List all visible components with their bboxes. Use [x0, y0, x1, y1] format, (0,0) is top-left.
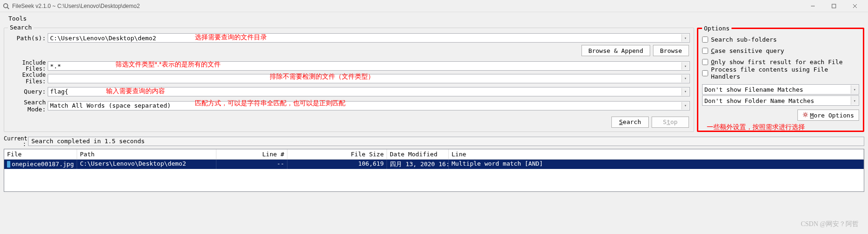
table-row[interactable]: onepiece00187.jpg C:\Users\Lenovo\Deskto…: [4, 160, 864, 169]
chevron-down-icon[interactable]: ▾: [851, 96, 858, 105]
chevron-down-icon[interactable]: ▾: [681, 88, 689, 95]
filename-matches-select[interactable]: Don't show Filename Matches ▾: [702, 84, 859, 95]
cell-linenum: --: [216, 160, 287, 169]
options-group-title: Options: [702, 25, 732, 32]
svg-point-0: [4, 3, 8, 7]
cell-path: C:\Users\Lenovo\Desktop\demo2: [77, 160, 216, 169]
more-options-button[interactable]: More Options: [797, 110, 859, 121]
options-group: Options Search sub-folders Case sensitiv…: [697, 28, 864, 132]
col-header-size[interactable]: File Size: [287, 149, 387, 159]
menubar: Tools: [0, 12, 868, 25]
mode-select[interactable]: Match All Words (space separated) ▾: [48, 101, 690, 110]
file-icon: [7, 161, 10, 168]
include-input[interactable]: *.* ▾: [48, 61, 690, 71]
checkbox-input[interactable]: [702, 37, 708, 43]
search-button[interactable]: Search: [611, 117, 649, 128]
svg-point-6: [804, 113, 807, 116]
chevron-down-icon[interactable]: ▾: [681, 62, 689, 70]
current-label: Current:: [4, 136, 28, 147]
titlebar: FileSeek v2.1.0 ~ C:\Users\Lenovo\Deskto…: [0, 0, 868, 12]
annotation-options: 一些额外设置，按照需求进行选择: [707, 123, 805, 132]
search-group-title: Search: [8, 24, 34, 31]
stop-button: Stop: [652, 117, 689, 128]
checkbox-input[interactable]: [702, 59, 708, 65]
browse-append-button[interactable]: Browse & Append: [581, 45, 650, 56]
col-header-date[interactable]: Date Modified: [387, 149, 449, 159]
mode-label: Search Mode:: [8, 99, 48, 113]
browse-button[interactable]: Browse: [653, 45, 689, 56]
col-header-path[interactable]: Path: [77, 149, 216, 159]
checkbox-input[interactable]: [702, 70, 708, 76]
current-status: Search completed in 1.5 seconds: [28, 137, 864, 146]
svg-rect-3: [832, 4, 836, 8]
checkbox-sub-folders[interactable]: Search sub-folders: [702, 34, 859, 45]
maximize-button[interactable]: [823, 0, 844, 12]
close-button[interactable]: [844, 0, 865, 12]
menu-tools[interactable]: Tools: [6, 14, 29, 23]
results-empty-area: [4, 169, 864, 191]
results-header: File Path Line # File Size Date Modified…: [4, 149, 864, 160]
query-input[interactable]: flag{ ▾: [48, 87, 690, 96]
include-label: IncludeFiles:: [8, 60, 48, 72]
search-group: Search Path(s): C:\Users\Lenovo\Desktop\…: [4, 28, 694, 132]
titlebar-text: FileSeek v2.1.0 ~ C:\Users\Lenovo\Deskto…: [12, 3, 802, 9]
checkbox-file-handlers[interactable]: Process file contents using File Handler…: [702, 67, 859, 79]
cell-file: onepiece00187.jpg: [4, 160, 77, 169]
query-label: Query:: [8, 88, 48, 95]
cell-size: 106,619: [287, 160, 387, 169]
checkbox-input[interactable]: [702, 48, 708, 54]
col-header-linenum[interactable]: Line #: [216, 149, 287, 159]
results-table: File Path Line # File Size Date Modified…: [4, 149, 864, 192]
exclude-input[interactable]: ▾: [48, 74, 690, 83]
chevron-down-icon[interactable]: ▾: [681, 34, 689, 42]
checkbox-case-sensitive[interactable]: Case sensitive query: [702, 45, 859, 56]
col-header-file[interactable]: File: [4, 149, 77, 159]
gear-icon: [803, 112, 808, 119]
chevron-down-icon[interactable]: ▾: [851, 85, 858, 94]
paths-input[interactable]: C:\Users\Lenovo\Desktop\demo2 ▾: [48, 33, 690, 43]
exclude-label: ExcludeFiles:: [8, 72, 48, 84]
minimize-button[interactable]: [802, 0, 823, 12]
cell-line: Multiple word match [AND]: [449, 160, 864, 169]
app-icon: [3, 3, 9, 9]
chevron-down-icon[interactable]: ▾: [681, 75, 689, 82]
folder-matches-select[interactable]: Don't show Folder Name Matches ▾: [702, 95, 859, 106]
paths-label: Path(s):: [8, 35, 48, 42]
svg-line-1: [7, 7, 9, 9]
current-row: Current: Search completed in 1.5 seconds: [0, 136, 868, 149]
chevron-down-icon[interactable]: ▾: [681, 102, 689, 110]
col-header-line[interactable]: Line: [449, 149, 864, 159]
cell-date: 四月 13, 2020 16:32: [387, 160, 449, 169]
